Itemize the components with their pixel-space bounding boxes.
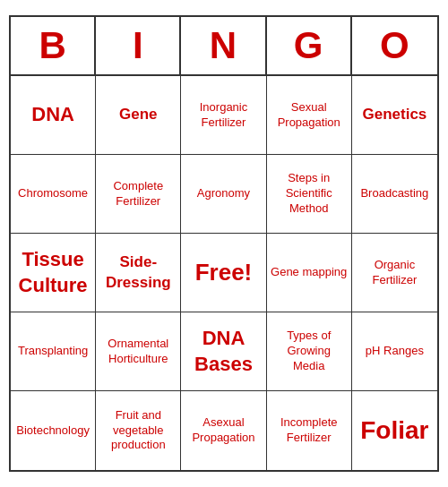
header-letter-b: B <box>11 17 96 74</box>
cell-text-10: Tissue Culture <box>14 247 91 298</box>
cell-text-8: Steps in Scientific Method <box>271 171 348 217</box>
cell-text-21: Fruit and vegetable production <box>99 408 177 454</box>
cell-text-4: Genetics <box>362 105 426 124</box>
cell-text-19: pH Ranges <box>366 344 424 359</box>
cell-text-24: Foliar <box>360 414 428 447</box>
cell-text-13: Gene mapping <box>271 265 347 280</box>
cell-text-16: Ornamental Horticulture <box>99 337 177 367</box>
cell-text-0: DNA <box>31 102 74 128</box>
header-letter-i: I <box>96 17 181 74</box>
bingo-cell-5: Chromosome <box>11 155 96 234</box>
bingo-cell-11: Side-Dressing <box>96 234 181 312</box>
bingo-cell-14: Organic Fertilizer <box>352 234 437 312</box>
bingo-cell-7: Agronomy <box>181 155 266 234</box>
bingo-cell-0: DNA <box>11 76 96 155</box>
bingo-cell-4: Genetics <box>352 76 437 155</box>
cell-text-20: Biotechnology <box>16 423 90 439</box>
bingo-cell-20: Biotechnology <box>11 391 96 470</box>
cell-text-7: Agronomy <box>197 186 250 201</box>
cell-text-18: Types of Growing Media <box>271 329 348 374</box>
cell-text-22: Asexual Propagation <box>185 415 262 446</box>
cell-text-9: Broadcasting <box>360 186 428 201</box>
bingo-cell-18: Types of Growing Media <box>267 312 352 391</box>
cell-text-23: Incomplete Fertilizer <box>271 415 348 446</box>
bingo-cell-24: Foliar <box>352 391 437 470</box>
bingo-cell-17: DNA Bases <box>181 312 266 391</box>
bingo-card: BINGO DNAGeneInorganic FertilizerSexual … <box>9 15 439 472</box>
cell-text-6: Complete Fertilizer <box>99 179 177 209</box>
bingo-cell-1: Gene <box>96 76 181 155</box>
cell-text-2: Inorganic Fertilizer <box>185 100 262 131</box>
bingo-cell-22: Asexual Propagation <box>181 391 266 470</box>
cell-text-14: Organic Fertilizer <box>356 258 434 288</box>
bingo-cell-15: Transplanting <box>11 312 96 391</box>
bingo-cell-3: Sexual Propagation <box>267 76 352 155</box>
header-letter-g: G <box>267 17 352 74</box>
bingo-cell-10: Tissue Culture <box>11 234 96 312</box>
bingo-cell-21: Fruit and vegetable production <box>96 391 181 470</box>
cell-text-12: Free! <box>195 258 253 288</box>
bingo-cell-9: Broadcasting <box>352 155 437 234</box>
bingo-cell-23: Incomplete Fertilizer <box>267 391 352 470</box>
header-letter-o: O <box>352 17 437 74</box>
bingo-cell-8: Steps in Scientific Method <box>267 155 352 234</box>
cell-text-17: DNA Bases <box>185 326 262 377</box>
cell-text-1: Gene <box>119 105 158 124</box>
cell-text-5: Chromosome <box>18 186 88 201</box>
cell-text-11: Side-Dressing <box>99 252 177 292</box>
bingo-cell-19: pH Ranges <box>352 312 437 391</box>
header-letter-n: N <box>181 17 266 74</box>
bingo-cell-12: Free! <box>181 234 266 312</box>
cell-text-15: Transplanting <box>18 344 88 359</box>
bingo-cell-6: Complete Fertilizer <box>96 155 181 234</box>
bingo-grid: DNAGeneInorganic FertilizerSexual Propag… <box>11 76 437 470</box>
bingo-header: BINGO <box>11 17 437 76</box>
bingo-cell-2: Inorganic Fertilizer <box>181 76 266 155</box>
bingo-cell-13: Gene mapping <box>267 234 352 312</box>
bingo-cell-16: Ornamental Horticulture <box>96 312 181 391</box>
cell-text-3: Sexual Propagation <box>271 100 348 131</box>
